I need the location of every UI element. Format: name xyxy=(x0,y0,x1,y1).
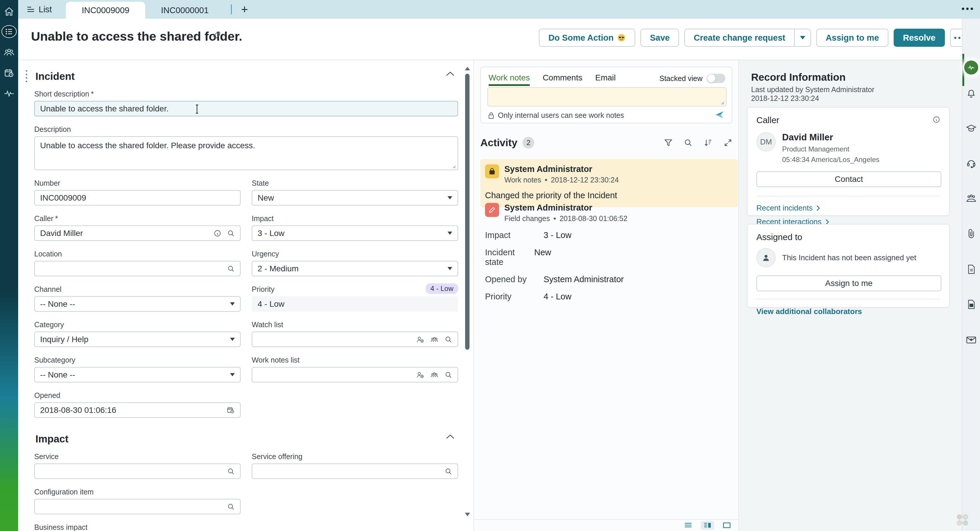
expand-icon[interactable] xyxy=(724,138,732,147)
description-label: Description xyxy=(34,125,458,134)
state-select[interactable]: New xyxy=(252,190,458,206)
assign-to-me-button[interactable]: Assign to me xyxy=(816,29,888,47)
change-row: Impact 3 - Low xyxy=(485,230,732,240)
drag-handle-icon[interactable] xyxy=(26,70,27,82)
activity-entry-field-changes[interactable]: System Administrator Field changes • 201… xyxy=(480,203,738,301)
learning-graduation-cap-icon[interactable] xyxy=(966,124,977,133)
scrollbar-thumb[interactable] xyxy=(465,74,469,350)
configuration-item-input[interactable] xyxy=(34,499,240,514)
impact-select[interactable]: 3 - Low xyxy=(252,225,458,241)
activity-count-badge: 2 xyxy=(522,137,534,149)
full-view-icon[interactable] xyxy=(722,521,731,529)
collaboration-people-icon[interactable] xyxy=(966,193,977,203)
create-change-request-dropdown-button[interactable] xyxy=(794,29,811,47)
urgency-select[interactable]: 2 - Medium xyxy=(252,261,458,276)
search-icon[interactable] xyxy=(445,336,452,343)
collapse-impact-chevron-up-icon[interactable] xyxy=(446,434,455,439)
channel-select[interactable]: -- None -- xyxy=(34,296,240,312)
scrollbar-down-arrow[interactable] xyxy=(464,512,471,517)
search-icon[interactable] xyxy=(227,503,235,510)
resize-handle-icon[interactable] xyxy=(720,101,724,105)
chevron-down-icon xyxy=(230,302,235,306)
location-input[interactable] xyxy=(34,261,240,276)
scrollbar-up-arrow[interactable] xyxy=(464,66,471,71)
work-notes-list-input[interactable] xyxy=(252,367,458,382)
group-icon[interactable] xyxy=(430,336,439,343)
new-tab-button[interactable]: + xyxy=(238,3,251,16)
add-person-icon[interactable] xyxy=(416,371,424,379)
send-icon[interactable] xyxy=(715,111,724,119)
home-icon[interactable] xyxy=(4,6,14,17)
save-button[interactable]: Save xyxy=(640,29,679,47)
sort-icon[interactable] xyxy=(704,138,713,147)
activity-stream-tool-icon-active[interactable] xyxy=(963,59,980,76)
state-value: New xyxy=(258,193,447,203)
do-some-action-button[interactable]: Do Some Action xyxy=(539,29,635,47)
record-tab-inc0000001[interactable]: INC0000001 xyxy=(145,2,224,19)
opened-value: 2018-08-30 01:06:16 xyxy=(40,406,227,415)
tag-icon[interactable] xyxy=(213,31,221,40)
split-view-icon-active[interactable] xyxy=(701,521,714,530)
watch-list-input[interactable] xyxy=(252,331,458,347)
pulse-activity-icon[interactable] xyxy=(3,89,14,98)
support-headset-icon[interactable] xyxy=(966,159,976,168)
tab-comments[interactable]: Comments xyxy=(542,73,582,86)
document-icon[interactable] xyxy=(967,264,976,274)
search-icon[interactable] xyxy=(227,265,235,273)
calendar-clock-icon[interactable] xyxy=(227,406,235,414)
info-icon[interactable] xyxy=(932,116,940,124)
tab-email[interactable]: Email xyxy=(595,73,616,86)
caller-avatar[interactable]: DM xyxy=(756,132,776,151)
short-description-input[interactable]: Unable to access the shared folder. xyxy=(34,101,458,116)
create-change-request-button[interactable]: Create change request xyxy=(684,29,794,47)
filter-icon[interactable] xyxy=(664,138,673,147)
subcategory-select[interactable]: -- None -- xyxy=(34,367,240,382)
list-view-icon[interactable] xyxy=(684,521,692,529)
service-input[interactable] xyxy=(34,463,240,479)
compose-email-icon[interactable] xyxy=(966,335,977,344)
location-label: Location xyxy=(34,250,240,258)
stream-view-toolbar xyxy=(474,519,738,531)
impact-label: Impact xyxy=(252,214,458,223)
record-tab-inc0009009[interactable]: INC0009009 xyxy=(66,2,145,19)
workspaces-people-icon[interactable] xyxy=(3,48,14,57)
category-select[interactable]: Inquiry / Help xyxy=(34,331,240,347)
tab-work-notes[interactable]: Work notes xyxy=(488,73,530,86)
attachments-paperclip-icon[interactable] xyxy=(967,229,976,239)
info-icon[interactable] xyxy=(214,230,221,237)
list-nav-icon-active[interactable] xyxy=(2,25,17,38)
caller-input[interactable]: David Miller xyxy=(34,225,240,241)
group-icon[interactable] xyxy=(430,371,439,379)
recent-incidents-link[interactable]: Recent incidents xyxy=(756,203,940,212)
contact-button[interactable]: Contact xyxy=(756,171,941,187)
calendar-clock-icon[interactable] xyxy=(4,68,14,78)
field-work-notes-list: Work notes list xyxy=(252,356,458,382)
search-icon[interactable] xyxy=(445,371,452,379)
list-menu-button[interactable]: List xyxy=(26,5,52,14)
description-textarea[interactable]: Unable to access the shared folder. Plea… xyxy=(34,136,458,170)
activity-stream-panel: Work notes Comments Email Stacked view O… xyxy=(473,60,739,531)
stacked-view-toggle[interactable] xyxy=(706,74,725,83)
activity-entry-work-note[interactable]: System Administrator Work notes • 2018-1… xyxy=(480,159,738,207)
search-icon[interactable] xyxy=(227,468,235,475)
service-offering-input[interactable] xyxy=(252,463,458,479)
view-additional-collaborators-link[interactable]: View additional collaborators xyxy=(756,307,940,316)
search-icon[interactable] xyxy=(227,230,235,237)
search-icon[interactable] xyxy=(445,468,452,475)
change-field: Opened by xyxy=(485,274,532,284)
document-lines-icon[interactable] xyxy=(967,300,976,309)
entry-type: Work notes xyxy=(504,176,541,184)
resize-handle-icon[interactable] xyxy=(452,164,456,168)
assign-to-me-card-button[interactable]: Assign to me xyxy=(756,276,941,291)
impact-value: 3 - Low xyxy=(258,229,447,238)
search-icon[interactable] xyxy=(684,138,692,147)
add-person-icon[interactable] xyxy=(416,336,424,343)
resolve-button[interactable]: Resolve xyxy=(894,29,945,47)
notifications-bell-icon[interactable] xyxy=(966,88,976,98)
connected-apps-grid-icon[interactable] xyxy=(955,512,970,528)
strip-more-button[interactable] xyxy=(962,8,973,10)
work-notes-input[interactable] xyxy=(487,87,727,106)
opened-datetime-input[interactable]: 2018-08-30 01:06:16 xyxy=(34,403,240,418)
collapse-incident-chevron-up-icon[interactable] xyxy=(446,71,455,77)
number-input[interactable]: INC0009009 xyxy=(34,190,240,206)
